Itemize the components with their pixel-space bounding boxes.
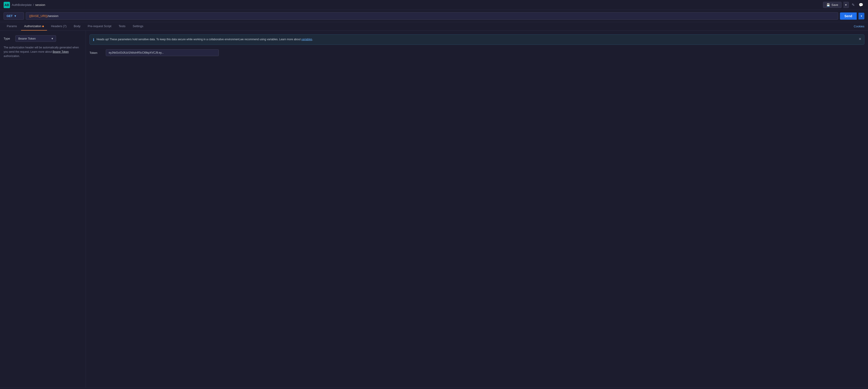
auth-right-panel: ℹ Heads up! These parameters hold sensit… (86, 31, 868, 388)
tab-headers[interactable]: Headers (7) (48, 22, 70, 31)
alert-close-button[interactable]: ✕ (859, 37, 862, 41)
response-tab-headers[interactable]: Headers (8) (35, 388, 61, 389)
save-label: Save (831, 3, 838, 6)
auth-left-panel: Type Bearer Token ▾ The authorization he… (0, 31, 86, 388)
response-tab-body[interactable]: Body (4, 388, 17, 389)
token-input[interactable] (106, 49, 219, 56)
method-chevron-icon: ▾ (14, 14, 16, 18)
top-bar-left: AB AuthBoilerplate / session (4, 2, 45, 8)
breadcrumb: AuthBoilerplate / session (12, 3, 45, 6)
token-row: Token (90, 49, 864, 56)
breadcrumb-separator: / (33, 3, 34, 6)
authorization-dot (42, 26, 44, 27)
tab-pre-request[interactable]: Pre-request Script (85, 22, 115, 31)
url-display[interactable]: {{BASE_URI}}/session (26, 12, 838, 20)
url-base: {{BASE_URI}} (29, 14, 48, 18)
alert-box: ℹ Heads up! These parameters hold sensit… (90, 34, 864, 45)
top-bar-right: 💾 Save ▾ ✎ 💬 (823, 2, 864, 8)
send-dropdown-button[interactable]: ▾ (859, 13, 864, 20)
save-dropdown-button[interactable]: ▾ (843, 2, 849, 8)
tab-params[interactable]: Params (4, 22, 20, 31)
edit-button[interactable]: ✎ (850, 2, 856, 8)
bearer-token-link[interactable]: Bearer Token (53, 50, 69, 53)
tab-authorization[interactable]: Authorization (21, 22, 47, 31)
chevron-down-icon: ▾ (845, 3, 847, 6)
info-icon: ℹ (93, 37, 94, 42)
app-logo: AB (4, 2, 10, 8)
auth-description: The authorization header will be automat… (4, 46, 82, 59)
top-bar: AB AuthBoilerplate / session 💾 Save ▾ ✎ … (0, 0, 868, 10)
response-tabs: Body Cookies Headers (8) Test Results 🌐 … (0, 388, 868, 389)
token-label: Token (90, 51, 103, 55)
tab-body[interactable]: Body (70, 22, 84, 31)
type-chevron-icon: ▾ (52, 37, 53, 40)
tab-tests[interactable]: Tests (116, 22, 129, 31)
tab-settings[interactable]: Settings (129, 22, 147, 31)
save-icon: 💾 (827, 3, 830, 6)
comment-button[interactable]: 💬 (858, 2, 864, 8)
alert-text: Heads up! These parameters hold sensitiv… (96, 37, 313, 41)
url-bar-area: GET ▾ {{BASE_URI}}/session Send ▾ (0, 10, 868, 22)
url-path: /session (48, 14, 59, 18)
method-value: GET (6, 14, 13, 18)
response-area: Body Cookies Headers (8) Test Results 🌐 … (0, 388, 868, 389)
type-select-value: Bearer Token (18, 37, 36, 40)
type-row: Type Bearer Token ▾ (4, 35, 82, 42)
variables-link[interactable]: variables (301, 38, 312, 41)
cookies-link[interactable]: Cookies (854, 25, 864, 28)
send-button[interactable]: Send (840, 12, 857, 20)
request-tabs: Params Authorization Headers (7) Body Pr… (0, 22, 868, 31)
save-button[interactable]: 💾 Save (823, 2, 842, 8)
response-tab-test-results[interactable]: Test Results (61, 388, 84, 389)
breadcrumb-current: session (35, 3, 45, 6)
main-content: Type Bearer Token ▾ The authorization he… (0, 31, 868, 388)
type-select[interactable]: Bearer Token ▾ (16, 35, 56, 42)
type-label: Type (4, 37, 13, 40)
breadcrumb-parent[interactable]: AuthBoilerplate (12, 3, 32, 6)
send-chevron-icon: ▾ (861, 14, 862, 18)
response-tab-cookies[interactable]: Cookies (18, 388, 35, 389)
method-select[interactable]: GET ▾ (4, 12, 24, 20)
